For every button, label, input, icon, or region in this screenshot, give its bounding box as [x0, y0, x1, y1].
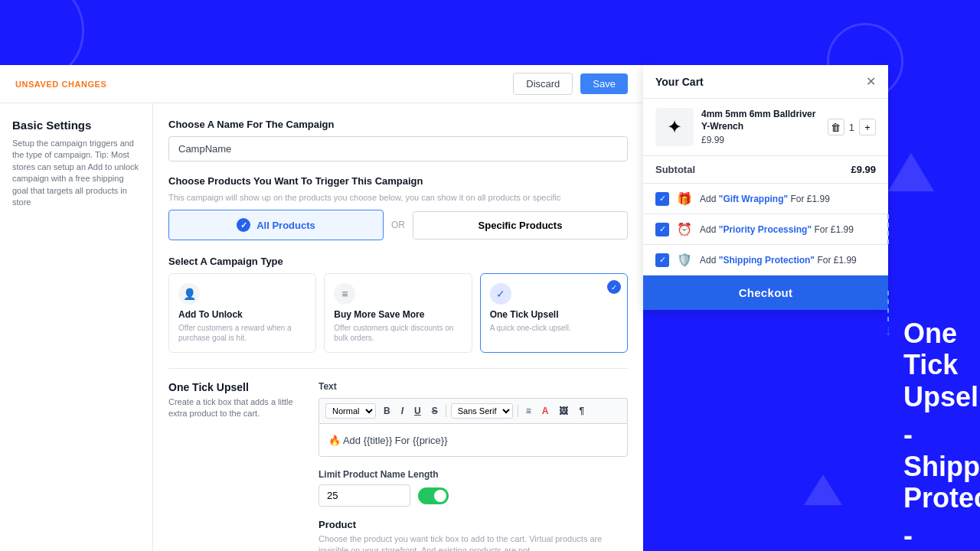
- top-bar: UNSAVED CHANGES Discard Save: [0, 65, 643, 103]
- cart-item-price: £9.99: [701, 135, 820, 145]
- arrow-indicator: ↓: [884, 291, 892, 339]
- subtotal-amount: £9.99: [851, 164, 876, 175]
- image-button[interactable]: 🖼: [556, 404, 571, 418]
- one-tick-section-title: One Tick Upsell: [168, 381, 306, 393]
- cart-item-info: 4mm 5mm 6mm Balldriver Y-Wrench £9.99: [701, 109, 820, 145]
- cart-item-image: ✦: [655, 108, 694, 146]
- upsell-item-1: ✓ ⏰ Add "Priority Processing" For £1.99: [643, 214, 888, 245]
- upsell-checkbox-1[interactable]: ✓: [655, 223, 669, 236]
- product-section: Product Choose the product you want tick…: [318, 519, 628, 551]
- dashed-indicator: [887, 214, 889, 244]
- sidebar: Basic Settings Setup the campaign trigge…: [0, 103, 153, 551]
- save-button[interactable]: Save: [580, 73, 628, 94]
- buy-more-desc: Offer customers quick discounts on bulk …: [334, 323, 462, 343]
- align-button[interactable]: ≡: [523, 404, 534, 418]
- more-button[interactable]: ¶: [576, 404, 587, 418]
- campaign-types: 👤 Add To Unlock Offer customers a reward…: [168, 273, 628, 353]
- one-tick-icon: ✓: [490, 283, 511, 305]
- upsell-emoji-2: 🛡️: [677, 253, 692, 267]
- strikethrough-button[interactable]: S: [429, 404, 441, 418]
- limit-input[interactable]: [318, 484, 410, 507]
- cart-item: ✦ 4mm 5mm 6mm Balldriver Y-Wrench £9.99 …: [643, 99, 888, 156]
- upsell-text-2: Add "Shipping Protection" For £1.99: [700, 255, 876, 266]
- one-tick-card-desc: A quick one-click upsell.: [490, 323, 618, 333]
- cart-item-name: 4mm 5mm 6mm Balldriver Y-Wrench: [701, 109, 820, 132]
- one-tick-card-title: One Tick Upsell: [490, 309, 618, 320]
- limit-label: Limit Product Name Length: [318, 469, 628, 480]
- upsell-emoji-1: ⏰: [677, 222, 692, 236]
- bold-button[interactable]: B: [381, 404, 394, 418]
- upsell-item-2: ✓ 🛡️ Add "Shipping Protection" For £1.99: [643, 245, 888, 276]
- cart-subtotal: Subtotal £9.99: [643, 156, 888, 184]
- section-divider: [168, 368, 628, 369]
- limit-toggle[interactable]: [418, 487, 449, 504]
- cart-header: Your Cart ✕: [643, 65, 888, 99]
- all-products-label: All Products: [256, 220, 315, 231]
- color-button[interactable]: A: [539, 404, 552, 418]
- promo-headline: One Tick Upsell: [903, 318, 965, 412]
- campaign-name-label: Choose A Name For The Campaign: [168, 119, 628, 130]
- upsell-text-0: Add "Gift Wrapping" For £1.99: [700, 194, 876, 204]
- text-editor-label: Text: [318, 381, 628, 392]
- qty-number: 1: [849, 122, 854, 133]
- discard-button[interactable]: Discard: [513, 73, 573, 95]
- subtotal-label: Subtotal: [655, 164, 695, 175]
- all-products-check: ✓: [237, 218, 250, 232]
- toggle-knob: [434, 490, 446, 502]
- text-toolbar: Normal B I U S Sans Serif ≡: [318, 398, 628, 423]
- campaign-type-label: Select A Campaign Type: [168, 256, 628, 267]
- app-container: UNSAVED CHANGES Discard Save Basic Setti…: [0, 65, 980, 551]
- qty-increase-button[interactable]: +: [859, 119, 876, 135]
- products-desc: This campaign will show up on the produc…: [168, 193, 628, 202]
- text-editor[interactable]: 🔥 Add {{title}} For {{price}}: [318, 423, 628, 457]
- sidebar-title: Basic Settings: [12, 119, 140, 132]
- cart-title: Your Cart: [655, 76, 704, 88]
- promo-line-1: - Shipping Protection: [903, 419, 965, 514]
- product-section-desc: Choose the product you want tick box to …: [318, 533, 628, 551]
- upsell-item-0: ✓ 🎁 Add "Gift Wrapping" For £1.99: [643, 184, 888, 214]
- products-label: Choose Products You Want To Trigger This…: [168, 175, 628, 187]
- content-layout: Basic Settings Setup the campaign trigge…: [0, 103, 643, 551]
- editor-content: 🔥 Add {{title}} For {{price}}: [328, 435, 448, 446]
- format-select[interactable]: Normal: [325, 403, 376, 419]
- promo-line-2: - Priority Processing: [903, 520, 965, 551]
- add-to-unlock-icon: 👤: [178, 283, 200, 305]
- font-select[interactable]: Sans Serif: [451, 403, 513, 419]
- cart-panel: Your Cart ✕ ✦ 4mm 5mm 6mm Balldriver Y-W…: [643, 65, 888, 310]
- sidebar-description: Setup the campaign triggers and the type…: [12, 138, 140, 208]
- campaign-name-input[interactable]: [168, 136, 628, 161]
- add-to-unlock-card[interactable]: 👤 Add To Unlock Offer customers a reward…: [168, 273, 316, 353]
- limit-input-row: [318, 484, 628, 507]
- specific-products-button[interactable]: Specific Products: [413, 211, 628, 240]
- product-selector: ✓ All Products OR Specific Products: [168, 210, 628, 240]
- add-to-unlock-title: Add To Unlock: [178, 309, 306, 320]
- cart-close-button[interactable]: ✕: [866, 74, 876, 89]
- buy-more-title: Buy More Save More: [334, 309, 462, 320]
- one-tick-check-icon: ✓: [607, 280, 621, 294]
- all-products-button[interactable]: ✓ All Products: [168, 210, 384, 240]
- one-tick-card[interactable]: ✓ ✓ One Tick Upsell A quick one-click up…: [480, 273, 628, 353]
- italic-button[interactable]: I: [398, 404, 407, 418]
- limit-section: Limit Product Name Length: [318, 469, 628, 507]
- unsaved-changes-label: UNSAVED CHANGES: [15, 80, 505, 89]
- qty-decrease-button[interactable]: 🗑: [828, 119, 844, 135]
- main-content: Choose A Name For The Campaign Choose Pr…: [153, 103, 643, 551]
- checkout-button[interactable]: Checkout: [643, 276, 888, 310]
- buy-more-card[interactable]: ≡ Buy More Save More Offer customers qui…: [324, 273, 472, 353]
- upsell-emoji-0: 🎁: [677, 191, 692, 206]
- left-panel: UNSAVED CHANGES Discard Save Basic Setti…: [0, 65, 643, 551]
- upsell-checkbox-2[interactable]: ✓: [655, 253, 669, 267]
- right-panel: Your Cart ✕ ✦ 4mm 5mm 6mm Balldriver Y-W…: [643, 65, 980, 551]
- upsell-checkbox-0[interactable]: ✓: [655, 192, 669, 206]
- or-divider: OR: [391, 220, 405, 230]
- toolbar-divider-2: [518, 405, 518, 417]
- underline-button[interactable]: U: [411, 404, 424, 418]
- dashed-line: [887, 291, 889, 321]
- toolbar-divider-1: [446, 405, 446, 417]
- specific-products-label: Specific Products: [479, 220, 563, 231]
- add-to-unlock-desc: Offer customers a reward when a purchase…: [178, 323, 306, 343]
- upsell-text-1: Add "Priority Processing" For £1.99: [700, 224, 876, 235]
- one-tick-section-desc: Create a tick box that adds a little ext…: [168, 396, 306, 420]
- cart-item-qty: 🗑 1 +: [828, 119, 876, 135]
- product-section-title: Product: [318, 519, 628, 530]
